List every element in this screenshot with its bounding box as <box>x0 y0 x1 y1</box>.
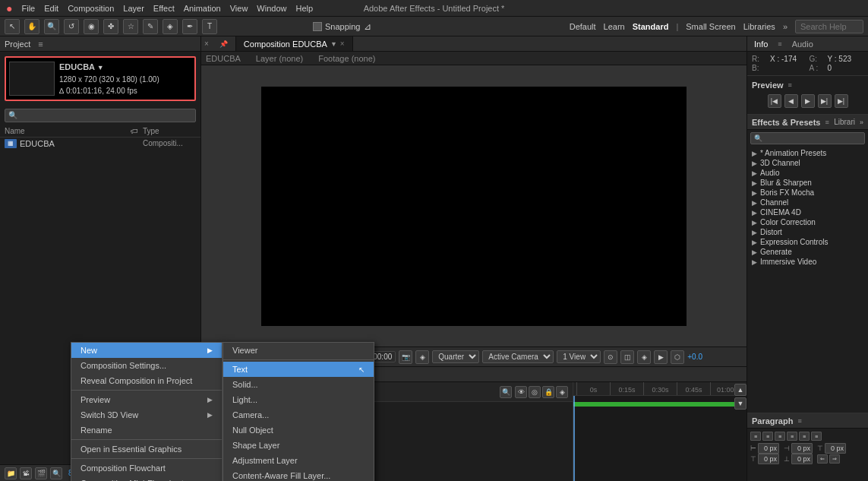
effect-animation-presets[interactable]: ▶ * Animation Presets <box>747 148 868 158</box>
new-composition-btn[interactable]: 🎬 <box>35 467 47 479</box>
3d-renderer-btn[interactable]: ⬡ <box>671 350 684 364</box>
search-help-input[interactable] <box>795 20 863 33</box>
skip-to-end-btn[interactable]: ▶| <box>835 94 848 108</box>
submenu-item-camera[interactable]: Camera... <box>223 407 374 422</box>
layer-label-btn[interactable]: ◈ <box>556 386 568 398</box>
menu-animation[interactable]: Animation <box>184 4 221 13</box>
project-item-educba[interactable]: ▦ EDUCBA Compositi... <box>0 138 200 150</box>
workspace-learn[interactable]: Learn <box>604 22 625 31</box>
submenu-item-solid[interactable]: Solid... <box>223 377 374 392</box>
puppet-tool[interactable]: ☆ <box>123 19 138 34</box>
close-panel-btn[interactable]: × <box>201 40 212 48</box>
align-right-btn[interactable]: ≡ <box>775 432 785 441</box>
context-menu-item-switch3d[interactable]: Switch 3D View ▶ <box>71 407 222 422</box>
align-center-btn[interactable]: ≡ <box>762 432 773 441</box>
motion-blur-btn[interactable]: ◈ <box>637 350 651 364</box>
align-left-btn[interactable]: ≡ <box>750 432 761 441</box>
layer-vis-btn[interactable]: 👁 <box>515 386 527 398</box>
layer-solo-btn[interactable]: ◎ <box>529 386 541 398</box>
effect-distort[interactable]: ▶ Distort <box>747 227 868 237</box>
pen-tool[interactable]: ✒ <box>182 19 197 34</box>
effect-cinema4d[interactable]: ▶ CINEMA 4D <box>747 207 868 217</box>
play-btn[interactable]: ▶ <box>801 94 815 108</box>
step-forward-btn[interactable]: ▶| <box>818 94 832 108</box>
menu-view[interactable]: View <box>230 4 248 13</box>
effect-boris-fx[interactable]: ▶ Boris FX Mocha <box>747 188 868 198</box>
indent-first-val[interactable]: 0 px <box>825 443 846 454</box>
align-justify-all-btn[interactable]: ≡ <box>811 432 822 441</box>
render-btn[interactable]: ▶ <box>654 350 668 364</box>
eraser-tool[interactable]: ◈ <box>163 19 178 34</box>
search-layers-btn[interactable]: 🔍 <box>500 386 512 398</box>
work-area-bar[interactable] <box>573 402 746 407</box>
collapse-timeline-btn[interactable]: ▼ <box>734 397 746 410</box>
menu-window[interactable]: Window <box>257 4 286 13</box>
text-tool[interactable]: T <box>202 19 217 34</box>
find-btn[interactable]: 🔍 <box>50 467 62 479</box>
playhead[interactable] <box>573 396 575 481</box>
context-menu-item-new[interactable]: New ▶ <box>71 343 222 358</box>
menu-composition[interactable]: Composition <box>68 4 114 13</box>
submenu-item-shape[interactable]: Shape Layer <box>223 438 374 453</box>
menu-layer[interactable]: Layer <box>123 4 144 13</box>
pixel-ratio-btn[interactable]: ◫ <box>620 350 634 364</box>
align-justify-right-btn[interactable]: ≡ <box>799 432 810 441</box>
submenu-item-content-aware[interactable]: Content-Aware Fill Layer... <box>223 468 374 481</box>
menu-edit[interactable]: Edit <box>44 4 58 13</box>
hand-tool[interactable]: ✋ <box>24 19 39 34</box>
selection-tool[interactable]: ↖ <box>5 19 20 34</box>
menu-effect[interactable]: Effect <box>153 4 175 13</box>
preview-menu-icon[interactable]: ≡ <box>788 81 792 89</box>
space-before-val[interactable]: 0 px <box>758 454 779 464</box>
indent-right-val[interactable]: 0 px <box>791 443 813 454</box>
new-comp-from-footage-btn[interactable]: 📽 <box>20 467 32 479</box>
context-menu-item-rename[interactable]: Rename <box>71 422 222 438</box>
effects-menu-icon[interactable]: ≡ <box>825 119 829 126</box>
indent-left-val[interactable]: 0 px <box>758 443 779 454</box>
expand-timeline-btn[interactable]: ▲ <box>734 384 746 396</box>
expand-icon[interactable]: » <box>860 119 863 126</box>
effect-channel[interactable]: ▶ Channel <box>747 198 868 207</box>
effect-color-correction[interactable]: ▶ Color Correction <box>747 217 868 227</box>
project-search-input[interactable] <box>17 111 192 119</box>
effect-blur-sharpen[interactable]: ▶ Blur & Sharpen <box>747 178 868 188</box>
rotate-tool[interactable]: ↺ <box>64 19 79 34</box>
workspace-libraries[interactable]: Libraries <box>743 22 775 31</box>
comp-thumbnail[interactable]: EDUCBA ▼ 1280 x 720 (320 x 180) (1.00) ∆… <box>5 56 196 101</box>
librari-label[interactable]: Librari <box>834 118 855 126</box>
submenu-item-null[interactable]: Null Object <box>223 422 374 438</box>
tab-info[interactable]: Info <box>752 39 770 49</box>
ltr-btn[interactable]: ⇒ <box>829 454 840 464</box>
pan-tool[interactable]: ✤ <box>103 19 118 34</box>
context-menu-item-flowchart[interactable]: Composition Flowchart <box>71 460 222 476</box>
space-after-val[interactable]: 0 px <box>791 454 813 464</box>
effect-immersive-video[interactable]: ▶ Immersive Video <box>747 257 868 267</box>
context-menu-item-comp-settings[interactable]: Composition Settings... <box>71 358 222 373</box>
effect-expression[interactable]: ▶ Expression Controls <box>747 237 868 247</box>
brush-tool[interactable]: ✎ <box>143 19 158 34</box>
comp-tab[interactable]: Composition EDUCBA ▼ × <box>236 36 353 51</box>
paragraph-menu-icon[interactable]: ≡ <box>797 417 801 425</box>
effects-search-input[interactable] <box>762 134 861 143</box>
workspace-small-screen[interactable]: Small Screen <box>686 22 735 31</box>
step-back-btn[interactable]: ◀ <box>784 94 798 108</box>
menu-file[interactable]: File <box>21 4 35 13</box>
comp-tab-menu[interactable]: ▼ <box>330 40 337 48</box>
effect-3d-channel[interactable]: ▶ 3D Channel <box>747 158 868 168</box>
context-menu-item-mini-flowchart[interactable]: Composition Mini-Flowchart <box>71 476 222 481</box>
comp-tab-close[interactable]: × <box>340 40 345 48</box>
submenu-item-adjustment[interactable]: Adjustment Layer <box>223 453 374 468</box>
context-menu-item-preview[interactable]: Preview ▶ <box>71 392 222 407</box>
effect-audio[interactable]: ▶ Audio <box>747 168 868 178</box>
layer-lock-btn[interactable]: 🔒 <box>542 386 554 398</box>
context-menu-item-reveal[interactable]: Reveal Composition in Project <box>71 373 222 388</box>
workspace-more-icon[interactable]: » <box>783 22 788 31</box>
views-select[interactable]: 1 View <box>557 350 601 363</box>
rtl-btn[interactable]: ⇐ <box>817 454 828 464</box>
submenu-item-viewer[interactable]: Viewer <box>223 343 374 358</box>
snapshot-btn[interactable]: 📷 <box>399 350 412 364</box>
submenu-item-light[interactable]: Light... <box>223 392 374 407</box>
camera-tool[interactable]: ◉ <box>84 19 99 34</box>
context-menu-item-essential-graphics[interactable]: Open in Essential Graphics <box>71 441 222 457</box>
quality-select[interactable]: Quarter <box>432 350 479 363</box>
